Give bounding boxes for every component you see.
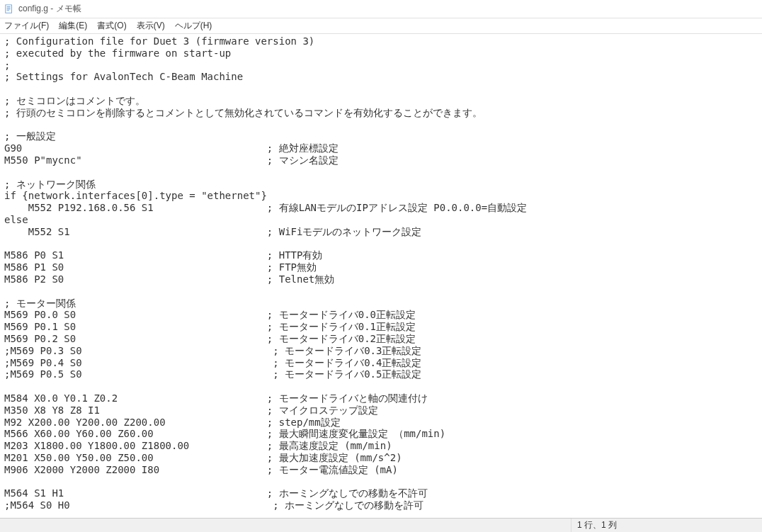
statusbar: 1 行、1 列 [0,518,762,532]
menu-file[interactable]: ファイル(F) [4,20,49,32]
window-titlebar: config.g - メモ帳 [0,0,762,18]
status-left [0,519,572,532]
notepad-icon [4,4,14,14]
menu-format[interactable]: 書式(O) [97,20,126,32]
window-title: config.g - メモ帳 [18,3,81,15]
menu-help[interactable]: ヘルプ(H) [175,20,212,32]
menubar: ファイル(F) 編集(E) 書式(O) 表示(V) ヘルプ(H) [0,18,762,34]
menu-view[interactable]: 表示(V) [137,20,165,32]
status-cursor-position: 1 行、1 列 [572,519,622,532]
text-editor-area[interactable]: ; Configuration file for Duet 3 (firmwar… [0,34,762,518]
menu-edit[interactable]: 編集(E) [59,20,87,32]
